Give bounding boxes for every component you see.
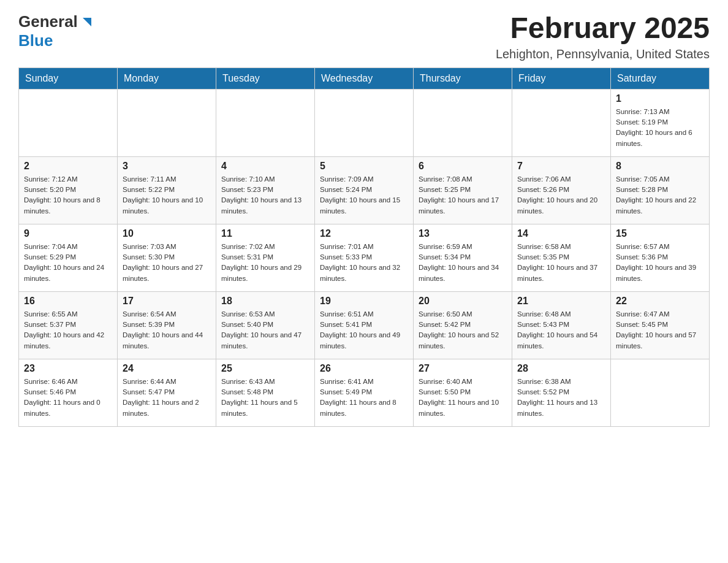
day-info: Sunrise: 7:12 AM Sunset: 5:20 PM Dayligh… [24,174,112,216]
table-row: 22Sunrise: 6:47 AM Sunset: 5:45 PM Dayli… [611,291,710,359]
day-number: 11 [221,228,309,239]
day-info: Sunrise: 6:54 AM Sunset: 5:39 PM Dayligh… [123,309,211,351]
day-number: 1 [616,93,704,104]
day-number: 23 [24,363,112,374]
day-info: Sunrise: 7:04 AM Sunset: 5:29 PM Dayligh… [24,242,112,284]
table-row [414,89,512,156]
table-row: 26Sunrise: 6:41 AM Sunset: 5:49 PM Dayli… [315,359,414,426]
month-title: February 2025 [496,12,710,45]
day-number: 12 [320,228,408,239]
day-info: Sunrise: 6:57 AM Sunset: 5:36 PM Dayligh… [616,242,704,284]
day-info: Sunrise: 7:09 AM Sunset: 5:24 PM Dayligh… [320,174,408,216]
day-number: 22 [616,296,704,307]
day-info: Sunrise: 6:46 AM Sunset: 5:46 PM Dayligh… [24,377,112,419]
day-number: 13 [419,228,507,239]
day-info: Sunrise: 7:03 AM Sunset: 5:30 PM Dayligh… [123,242,211,284]
day-number: 10 [123,228,211,239]
day-info: Sunrise: 6:48 AM Sunset: 5:43 PM Dayligh… [517,309,605,351]
table-row: 21Sunrise: 6:48 AM Sunset: 5:43 PM Dayli… [512,291,611,359]
table-row: 10Sunrise: 7:03 AM Sunset: 5:30 PM Dayli… [118,224,216,291]
table-row: 24Sunrise: 6:44 AM Sunset: 5:47 PM Dayli… [118,359,216,426]
day-number: 18 [221,296,309,307]
table-row [611,359,710,426]
day-number: 4 [221,161,309,172]
day-info: Sunrise: 6:40 AM Sunset: 5:50 PM Dayligh… [419,377,507,419]
table-row: 3Sunrise: 7:11 AM Sunset: 5:22 PM Daylig… [118,156,216,224]
calendar-week-row: 23Sunrise: 6:46 AM Sunset: 5:46 PM Dayli… [19,359,710,426]
col-friday: Friday [512,67,611,89]
day-info: Sunrise: 6:58 AM Sunset: 5:35 PM Dayligh… [517,242,605,284]
table-row [512,89,611,156]
day-info: Sunrise: 6:55 AM Sunset: 5:37 PM Dayligh… [24,309,112,351]
table-row: 19Sunrise: 6:51 AM Sunset: 5:41 PM Dayli… [315,291,414,359]
day-info: Sunrise: 7:11 AM Sunset: 5:22 PM Dayligh… [123,174,211,216]
day-info: Sunrise: 7:13 AM Sunset: 5:19 PM Dayligh… [616,107,704,149]
day-number: 19 [320,296,408,307]
day-info: Sunrise: 6:43 AM Sunset: 5:48 PM Dayligh… [221,377,309,419]
title-block: February 2025 Lehighton, Pennsylvania, U… [496,12,710,61]
table-row: 9Sunrise: 7:04 AM Sunset: 5:29 PM Daylig… [19,224,118,291]
table-row [19,89,118,156]
col-sunday: Sunday [19,67,118,89]
col-tuesday: Tuesday [216,67,315,89]
table-row: 14Sunrise: 6:58 AM Sunset: 5:35 PM Dayli… [512,224,611,291]
day-info: Sunrise: 7:06 AM Sunset: 5:26 PM Dayligh… [517,174,605,216]
table-row: 1Sunrise: 7:13 AM Sunset: 5:19 PM Daylig… [611,89,710,156]
day-number: 5 [320,161,408,172]
table-row: 6Sunrise: 7:08 AM Sunset: 5:25 PM Daylig… [414,156,512,224]
day-number: 8 [616,161,704,172]
table-row: 25Sunrise: 6:43 AM Sunset: 5:48 PM Dayli… [216,359,315,426]
day-info: Sunrise: 7:08 AM Sunset: 5:25 PM Dayligh… [419,174,507,216]
table-row: 18Sunrise: 6:53 AM Sunset: 5:40 PM Dayli… [216,291,315,359]
table-row [216,89,315,156]
col-thursday: Thursday [414,67,512,89]
calendar-week-row: 16Sunrise: 6:55 AM Sunset: 5:37 PM Dayli… [19,291,710,359]
day-info: Sunrise: 7:10 AM Sunset: 5:23 PM Dayligh… [221,174,309,216]
day-info: Sunrise: 6:44 AM Sunset: 5:47 PM Dayligh… [123,377,211,419]
calendar-week-row: 9Sunrise: 7:04 AM Sunset: 5:29 PM Daylig… [19,224,710,291]
day-info: Sunrise: 6:50 AM Sunset: 5:42 PM Dayligh… [419,309,507,351]
day-info: Sunrise: 7:02 AM Sunset: 5:31 PM Dayligh… [221,242,309,284]
table-row [118,89,216,156]
logo-triangle-icon [79,15,93,29]
page-header: General Blue February 2025 Lehighton, Pe… [18,12,710,61]
day-number: 27 [419,363,507,374]
day-number: 24 [123,363,211,374]
table-row: 20Sunrise: 6:50 AM Sunset: 5:42 PM Dayli… [414,291,512,359]
col-wednesday: Wednesday [315,67,414,89]
table-row: 16Sunrise: 6:55 AM Sunset: 5:37 PM Dayli… [19,291,118,359]
day-number: 16 [24,296,112,307]
table-row: 5Sunrise: 7:09 AM Sunset: 5:24 PM Daylig… [315,156,414,224]
day-number: 7 [517,161,605,172]
table-row: 4Sunrise: 7:10 AM Sunset: 5:23 PM Daylig… [216,156,315,224]
day-number: 9 [24,228,112,239]
day-info: Sunrise: 6:51 AM Sunset: 5:41 PM Dayligh… [320,309,408,351]
table-row: 8Sunrise: 7:05 AM Sunset: 5:28 PM Daylig… [611,156,710,224]
day-info: Sunrise: 6:53 AM Sunset: 5:40 PM Dayligh… [221,309,309,351]
day-info: Sunrise: 7:01 AM Sunset: 5:33 PM Dayligh… [320,242,408,284]
day-info: Sunrise: 7:05 AM Sunset: 5:28 PM Dayligh… [616,174,704,216]
col-saturday: Saturday [611,67,710,89]
logo-blue-text: Blue [18,31,53,50]
table-row: 7Sunrise: 7:06 AM Sunset: 5:26 PM Daylig… [512,156,611,224]
calendar-week-row: 2Sunrise: 7:12 AM Sunset: 5:20 PM Daylig… [19,156,710,224]
table-row: 2Sunrise: 7:12 AM Sunset: 5:20 PM Daylig… [19,156,118,224]
day-info: Sunrise: 6:38 AM Sunset: 5:52 PM Dayligh… [517,377,605,419]
table-row: 28Sunrise: 6:38 AM Sunset: 5:52 PM Dayli… [512,359,611,426]
svg-marker-0 [83,18,91,26]
day-info: Sunrise: 6:47 AM Sunset: 5:45 PM Dayligh… [616,309,704,351]
day-number: 21 [517,296,605,307]
day-number: 6 [419,161,507,172]
calendar-week-row: 1Sunrise: 7:13 AM Sunset: 5:19 PM Daylig… [19,89,710,156]
day-number: 3 [123,161,211,172]
table-row: 27Sunrise: 6:40 AM Sunset: 5:50 PM Dayli… [414,359,512,426]
table-row: 17Sunrise: 6:54 AM Sunset: 5:39 PM Dayli… [118,291,216,359]
table-row: 13Sunrise: 6:59 AM Sunset: 5:34 PM Dayli… [414,224,512,291]
table-row: 11Sunrise: 7:02 AM Sunset: 5:31 PM Dayli… [216,224,315,291]
day-number: 17 [123,296,211,307]
logo-general-text: General [18,12,78,31]
table-row: 23Sunrise: 6:46 AM Sunset: 5:46 PM Dayli… [19,359,118,426]
day-info: Sunrise: 6:41 AM Sunset: 5:49 PM Dayligh… [320,377,408,419]
day-number: 15 [616,228,704,239]
table-row: 15Sunrise: 6:57 AM Sunset: 5:36 PM Dayli… [611,224,710,291]
